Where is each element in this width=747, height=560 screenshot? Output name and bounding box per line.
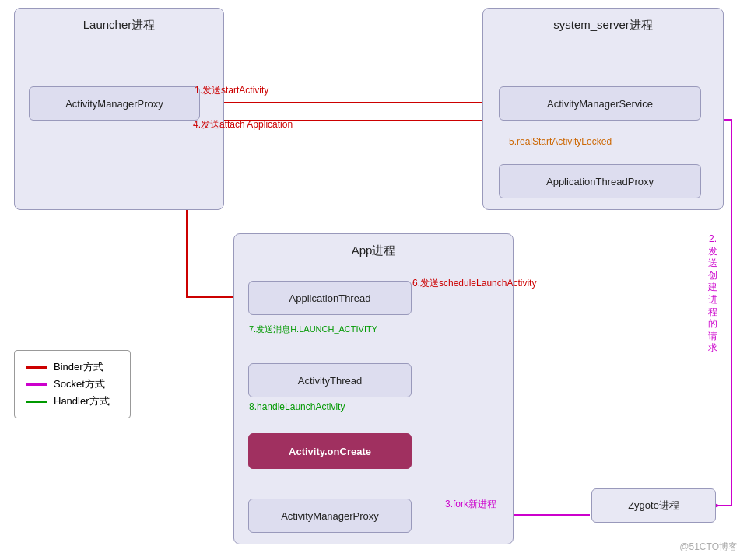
legend-socket-label: Socket方式 bbox=[54, 377, 105, 391]
atp: ApplicationThreadProxy bbox=[499, 164, 701, 198]
launcher-process-box: Launcher进程 ActivityManagerProxy bbox=[14, 8, 224, 210]
arrow7-label: 7.发送消息H.LAUNCH_ACTIVITY bbox=[249, 324, 377, 335]
arrow4-label: 4.发送attach Application bbox=[193, 118, 293, 131]
amp-app: ActivityManagerProxy bbox=[248, 499, 412, 533]
system-server-process-box: system_server进程 ActivityManagerService A… bbox=[482, 8, 724, 210]
legend-box: Binder方式 Socket方式 Handler方式 bbox=[14, 350, 131, 418]
launcher-process-title: Launcher进程 bbox=[83, 18, 156, 33]
arrow2-label: 2.发送创建进程的请求 bbox=[708, 233, 717, 355]
system-server-process-title: system_server进程 bbox=[553, 18, 653, 33]
arrow1-label: 1.发送startActivity bbox=[195, 84, 268, 97]
activity-thread: ActivityThread bbox=[248, 363, 412, 397]
ams: ActivityManagerService bbox=[499, 86, 701, 121]
arrow6-label: 6.发送scheduleLaunchActivity bbox=[412, 277, 536, 290]
legend-handler: Handler方式 bbox=[26, 394, 119, 408]
watermark: @51CTO博客 bbox=[679, 541, 738, 554]
legend-binder: Binder方式 bbox=[26, 360, 119, 374]
diagram-container: Launcher进程 ActivityManagerProxy system_s… bbox=[0, 0, 747, 560]
application-thread: ApplicationThread bbox=[248, 281, 412, 315]
legend-socket: Socket方式 bbox=[26, 377, 119, 391]
app-process-title: App进程 bbox=[352, 243, 396, 258]
arrow3-label: 3.fork新进程 bbox=[445, 498, 496, 511]
activity-oncreate: Activity.onCreate bbox=[248, 433, 412, 469]
zygote-box: Zygote进程 bbox=[591, 488, 716, 523]
legend-binder-label: Binder方式 bbox=[54, 360, 103, 374]
arrow5-label: 5.realStartActivityLocked bbox=[509, 136, 612, 147]
legend-handler-label: Handler方式 bbox=[54, 394, 110, 408]
amp-launcher: ActivityManagerProxy bbox=[29, 86, 200, 121]
arrow8-label: 8.handleLaunchActivity bbox=[249, 401, 345, 412]
